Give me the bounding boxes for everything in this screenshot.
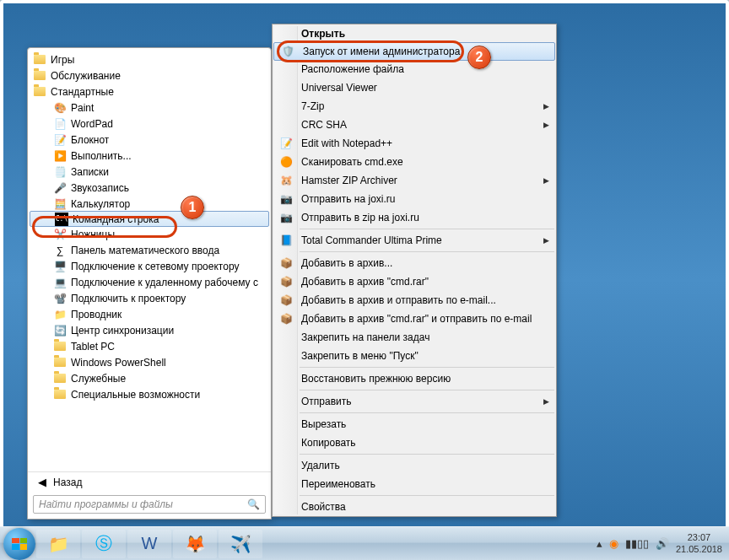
ctx-total-commander-ultima-prime[interactable]: 📘Total Commander Ultima Prime▶ (273, 231, 556, 250)
ctx-edit-with-notepad-[interactable]: 📝Edit with Notepad++ (273, 134, 556, 153)
ctx-удалить[interactable]: Удалить (273, 456, 556, 475)
tray-clock[interactable]: 23:07 21.05.2018 (676, 532, 722, 554)
item-netproj[interactable]: 🖥️Подключение к сетевому проектору (28, 258, 271, 274)
item-run[interactable]: ▶️Выполнить... (28, 148, 271, 164)
item-recorder[interactable]: 🎤Звукозапись (28, 180, 271, 196)
ctx-восстановить-прежнюю-версию[interactable]: Восстановить прежнюю версию (273, 369, 556, 388)
ctx-копировать[interactable]: Копировать (273, 433, 556, 452)
submenu-arrow-icon: ▶ (543, 102, 549, 110)
ctx-свойства[interactable]: Свойства (273, 498, 556, 516)
taskbar: 📁 Ⓢ W 🦊 ✈️ ▴ ◉ ▮▮▯▯ 🔊 23:07 21.05.2018 (0, 526, 729, 560)
ctx-добавить-в-архив-и-отправить-п[interactable]: 📦Добавить в архив и отправить по e-mail.… (273, 291, 556, 310)
npp-icon: 📝 (278, 137, 294, 150)
tray-network-icon[interactable]: ▮▮▯▯ (625, 537, 649, 550)
item-notes[interactable]: 🗒️Записки (28, 164, 271, 180)
ctx-закрепить-на-панели-задач[interactable]: Закрепить на панели задач (273, 328, 556, 347)
ctx-label: Открыть (301, 28, 345, 40)
separator (300, 390, 554, 390)
taskbar-firefox[interactable]: 🦊 (173, 530, 217, 558)
ctx-label: Закрепить на панели задач (301, 331, 429, 343)
item-rdp[interactable]: 💻Подключение к удаленному рабочему с (28, 274, 271, 290)
ctx-7-zip[interactable]: 7-Zip▶ (273, 97, 556, 116)
ctx-запуск-от-имени-администратора[interactable]: 🛡️Запуск от имени администратора (273, 42, 555, 61)
ctx-отправить-в-zip-на-joxi-ru[interactable]: 📷Отправить в zip на joxi.ru (273, 208, 556, 227)
ctx-отправить[interactable]: Отправить▶ (273, 392, 556, 411)
taskbar-explorer[interactable]: 📁 (36, 530, 80, 558)
rar-icon: 📦 (278, 293, 294, 307)
ctx-переименовать[interactable]: Переименовать (273, 475, 556, 493)
item-proj[interactable]: 📽️Подключить к проектору (28, 290, 271, 306)
search-input[interactable]: Найти программы и файлы🔍 (33, 495, 266, 514)
notes-icon: 🗒️ (53, 165, 67, 179)
joxi-icon: 📷 (278, 211, 294, 224)
paint-icon: 🎨 (53, 101, 67, 115)
item-math[interactable]: ∑Панель математического ввода (28, 242, 271, 258)
taskbar-skype[interactable]: Ⓢ (82, 530, 126, 558)
ctx-добавить-в-архив-cmd-rar-[interactable]: 📦Добавить в архив "cmd.rar" (273, 272, 556, 291)
tray-volume-icon[interactable]: 🔊 (656, 537, 669, 550)
wordpad-icon: 📄 (53, 117, 67, 131)
ctx-label: 7-Zip (301, 100, 324, 112)
back-button[interactable]: ◀Назад (28, 471, 271, 492)
submenu-arrow-icon: ▶ (543, 236, 549, 245)
ctx-добавить-в-архив-cmd-rar-и-отп[interactable]: 📦Добавить в архив "cmd.rar" и отправить … (273, 310, 556, 328)
item-snip[interactable]: ✂️Ножницы (28, 226, 271, 242)
shield-icon: 🛡️ (279, 45, 296, 58)
ctx-label: Отправить на joxi.ru (301, 193, 395, 205)
folder-maintenance[interactable]: Обслуживание (28, 67, 271, 83)
item-wordpad[interactable]: 📄WordPad (28, 116, 271, 132)
item-sync[interactable]: 🔄Центр синхронизации (28, 322, 271, 338)
proj-icon: 📽️ (53, 292, 67, 305)
sync-icon: 🔄 (53, 324, 67, 337)
ctx-label: Удалить (301, 460, 340, 471)
item-calculator[interactable]: 🧮Калькулятор (28, 196, 271, 212)
ctx-сканировать-cmd-exe[interactable]: 🟠Сканировать cmd.exe (273, 153, 556, 171)
ctx-label: Копировать (301, 437, 356, 449)
rar-icon: 📦 (278, 275, 294, 288)
folder-games[interactable]: Игры (28, 51, 271, 67)
ctx-закрепить-в-меню-пуск-[interactable]: Закрепить в меню "Пуск" (273, 347, 556, 365)
ctx-вырезать[interactable]: Вырезать (273, 415, 556, 433)
folder-powershell[interactable]: Windows PowerShell (28, 354, 271, 370)
start-menu-panel: Игры Обслуживание Стандартные 🎨Paint 📄Wo… (27, 47, 272, 520)
tc-icon: 📘 (278, 234, 294, 247)
rar-icon: 📦 (278, 312, 294, 326)
start-button[interactable] (3, 528, 35, 560)
folder-accessibility[interactable]: Специальные возможности (28, 386, 271, 402)
ctx-hamster-zip-archiver[interactable]: 🐹Hamster ZIP Archiver▶ (273, 171, 556, 190)
item-command-prompt[interactable]: C:\Командная строка (30, 211, 269, 227)
tray-up-icon[interactable]: ▴ (597, 537, 602, 550)
item-notepad[interactable]: 📝Блокнот (28, 132, 271, 148)
separator (300, 251, 554, 252)
separator (300, 229, 554, 229)
rar-icon: 📦 (278, 256, 294, 270)
ctx-label: Universal Viewer (301, 82, 377, 94)
tray-avast-icon[interactable]: ◉ (609, 537, 618, 550)
ctx-расположение-файла[interactable]: Расположение файла (273, 60, 556, 78)
program-list: Игры Обслуживание Стандартные 🎨Paint 📄Wo… (28, 48, 271, 471)
calc-icon: 🧮 (53, 197, 67, 211)
search-icon: 🔍 (247, 498, 260, 510)
taskbar-telegram[interactable]: ✈️ (219, 530, 262, 558)
taskbar-word[interactable]: W (127, 530, 171, 558)
submenu-arrow-icon: ▶ (543, 397, 549, 406)
folder-tabletpc[interactable]: Tablet PC (28, 338, 271, 354)
ctx-label: Запуск от имени администратора (303, 46, 460, 57)
snip-icon: ✂️ (53, 228, 67, 241)
ctx-отправить-на-joxi-ru[interactable]: 📷Отправить на joxi.ru (273, 190, 556, 208)
mic-icon: 🎤 (53, 181, 67, 195)
ctx-label: Edit with Notepad++ (301, 137, 392, 149)
item-paint[interactable]: 🎨Paint (28, 100, 271, 116)
item-explorer[interactable]: 📁Проводник (28, 306, 271, 322)
avast-icon: 🟠 (278, 155, 294, 169)
ctx-crc-sha[interactable]: CRC SHA▶ (273, 116, 556, 134)
folder-accessories[interactable]: Стандартные (28, 83, 271, 100)
ctx-label: Добавить в архив... (301, 257, 392, 269)
run-icon: ▶️ (53, 149, 67, 163)
submenu-arrow-icon: ▶ (543, 176, 549, 185)
ctx-label: Закрепить в меню "Пуск" (301, 350, 418, 362)
folder-system[interactable]: Служебные (28, 370, 271, 386)
ctx-добавить-в-архив-[interactable]: 📦Добавить в архив... (273, 254, 556, 272)
ctx-universal-viewer[interactable]: Universal Viewer (273, 78, 556, 97)
ctx-открыть[interactable]: Открыть (273, 24, 556, 43)
